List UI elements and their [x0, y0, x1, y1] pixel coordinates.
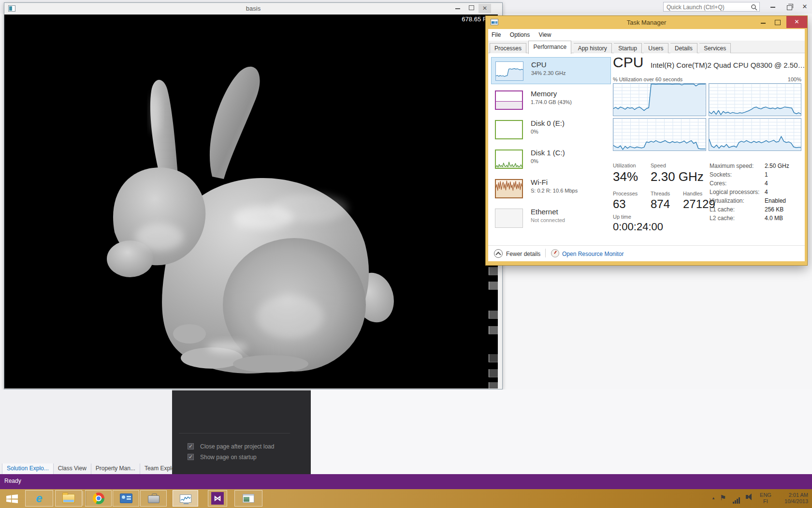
detail-max-speed: Maximum speed: 2.50 GHz — [710, 163, 802, 171]
tab-services[interactable]: Services — [699, 43, 731, 54]
detail-sockets: Sockets: 1 — [710, 171, 802, 180]
basis-minimize-button[interactable] — [451, 4, 464, 13]
tab-property-manager[interactable]: Property Man... — [91, 463, 140, 474]
checkbox-checked[interactable]: ✓ — [188, 443, 194, 449]
tab-solution-explorer[interactable]: Solution Explo... — [2, 463, 54, 474]
cpu-core-graphs — [613, 83, 801, 151]
taskbar-file-explorer[interactable] — [55, 490, 82, 507]
start-button[interactable] — [0, 489, 24, 508]
core2-graph — [613, 118, 706, 151]
tab-app-history[interactable]: App history — [574, 43, 612, 54]
tab-users[interactable]: Users — [644, 43, 668, 54]
speaker-icon — [746, 492, 752, 500]
network-tray-button[interactable] — [733, 489, 740, 508]
sidebar-label: Disk 1 (C:) — [531, 149, 565, 157]
uptime-value: 0:00:24:00 — [613, 221, 663, 233]
language-primary: ENG — [757, 492, 774, 498]
disk1-thumbnail-graph — [495, 149, 523, 169]
utilization-value: 34% — [613, 169, 638, 184]
menu-options[interactable]: Options — [510, 31, 530, 38]
taskbar: e ⋈ ▴ ⚑ ENG FI 2:01 AM 10/4/2013 — [0, 489, 812, 508]
minimize-icon — [770, 7, 775, 8]
task-manager-icon — [180, 494, 191, 503]
opengl-canvas[interactable]: 678.65 FPS — [4, 15, 498, 388]
graph-axis-label: % Utilization over 60 seconds — [613, 76, 682, 82]
minimize-icon — [455, 8, 460, 9]
divider — [179, 433, 290, 433]
detail-l1-cache: L1 cache: 256 KB — [710, 206, 802, 215]
restore-icon — [787, 5, 792, 10]
status-text: Ready — [4, 478, 21, 484]
tab-class-view[interactable]: Class View — [54, 463, 91, 474]
tm-maximize-button[interactable] — [771, 16, 784, 28]
menu-view[interactable]: View — [539, 31, 551, 38]
speed-label: Speed — [651, 163, 666, 168]
start-page-options-panel: ✓ Close page after project load ✓ Show p… — [172, 390, 311, 474]
quick-launch-input[interactable] — [664, 3, 749, 12]
sidebar-sub: 0% — [531, 129, 565, 134]
tab-performance[interactable]: Performance — [528, 41, 571, 54]
internet-explorer-icon: e — [36, 493, 42, 504]
vs-close-button[interactable]: ✕ — [798, 2, 811, 12]
flag-icon: ⚑ — [720, 493, 726, 502]
minimize-icon — [761, 23, 766, 24]
checkbox-checked[interactable]: ✓ — [188, 454, 194, 460]
sidebar-item-ethernet[interactable]: Ethernet Not connected — [491, 205, 611, 232]
language-indicator[interactable]: ENG FI — [757, 489, 774, 508]
resource-monitor-icon — [551, 249, 559, 257]
search-icon[interactable] — [751, 4, 757, 11]
graph-max-label: 100% — [788, 76, 801, 82]
tab-processes[interactable]: Processes — [490, 43, 526, 54]
detail-l2-cache: L2 cache: 4.0 MB — [710, 215, 802, 224]
sidebar-item-cpu[interactable]: CPU 34% 2.30 GHz — [491, 57, 611, 84]
control-panel-icon — [120, 493, 132, 503]
sidebar-label: CPU — [531, 60, 566, 69]
sidebar-item-disk1[interactable]: Disk 1 (C:) 0% — [491, 146, 611, 173]
taskbar-internet-explorer[interactable]: e — [25, 490, 53, 507]
threads-label: Threads — [651, 191, 670, 196]
sidebar-item-disk0[interactable]: Disk 0 (E:) 0% — [491, 116, 611, 143]
action-center-button[interactable]: ⚑ — [720, 489, 726, 508]
chrome-icon — [93, 493, 104, 504]
clock[interactable]: 2:01 AM 10/4/2013 — [776, 489, 808, 508]
close-icon: ✕ — [794, 18, 799, 25]
solution-explorer-panel: Solution Explo... Class View Property Ma… — [0, 389, 172, 474]
cpu-thumbnail-graph — [495, 61, 523, 81]
volume-tray-button[interactable] — [746, 489, 752, 508]
basis-title-bar[interactable]: basis ✕ — [4, 3, 502, 15]
fewer-details-button[interactable]: Fewer details — [494, 249, 540, 258]
taskbar-toolbox[interactable] — [140, 490, 167, 507]
sidebar-item-memory[interactable]: Memory 1.7/4.0 GB (43%) — [491, 87, 611, 114]
tab-details[interactable]: Details — [670, 43, 697, 54]
open-resource-monitor-link[interactable]: Open Resource Monitor — [551, 249, 624, 257]
utilization-label: Utilization — [613, 163, 636, 168]
threads-value: 874 — [651, 197, 670, 211]
cpu-heading: CPU — [613, 54, 643, 71]
taskbar-visual-studio[interactable]: ⋈ — [208, 490, 227, 507]
performance-sidebar: CPU 34% 2.30 GHz Memory 1.7/4.0 GB (43%)… — [491, 57, 611, 234]
taskbar-basis-app[interactable] — [234, 490, 262, 507]
basis-close-button[interactable]: ✕ — [478, 4, 491, 13]
sidebar-label: Memory — [531, 90, 572, 98]
visual-studio-icon: ⋈ — [211, 492, 224, 505]
taskbar-task-manager[interactable] — [173, 490, 198, 507]
taskbar-chrome[interactable] — [85, 490, 112, 507]
tab-startup[interactable]: Startup — [614, 43, 642, 54]
sidebar-sub: Not connected — [531, 217, 565, 223]
vs-minimize-button[interactable] — [767, 2, 779, 12]
menu-file[interactable]: File — [492, 31, 501, 38]
sidebar-item-wifi[interactable]: Wi-Fi S: 0.2 R: 10.6 Mbps — [491, 175, 611, 202]
tool-window-tabs: Solution Explo... Class View Property Ma… — [2, 463, 187, 474]
task-manager-menu-bar: File Options View — [488, 29, 805, 41]
taskbar-control-panel[interactable] — [113, 490, 139, 507]
basis-maximize-button[interactable] — [465, 4, 478, 13]
tm-close-button[interactable]: ✕ — [786, 16, 807, 28]
disk0-thumbnail-graph — [495, 120, 523, 139]
performance-content: CPU 34% 2.30 GHz Memory 1.7/4.0 GB (43%)… — [488, 53, 805, 246]
show-hidden-icons-button[interactable]: ▴ — [710, 489, 717, 508]
quick-launch-box[interactable] — [663, 2, 760, 12]
tm-minimize-button[interactable] — [756, 16, 770, 28]
task-manager-title-bar[interactable]: Task Manager ✕ — [486, 16, 807, 29]
checkbox-label: Close page after project load — [200, 443, 274, 450]
vs-restore-button[interactable] — [783, 2, 796, 12]
